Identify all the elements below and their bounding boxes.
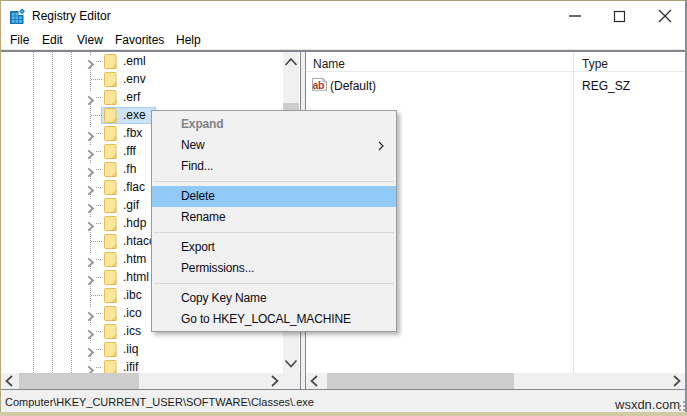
svg-text:ab: ab — [313, 79, 324, 91]
